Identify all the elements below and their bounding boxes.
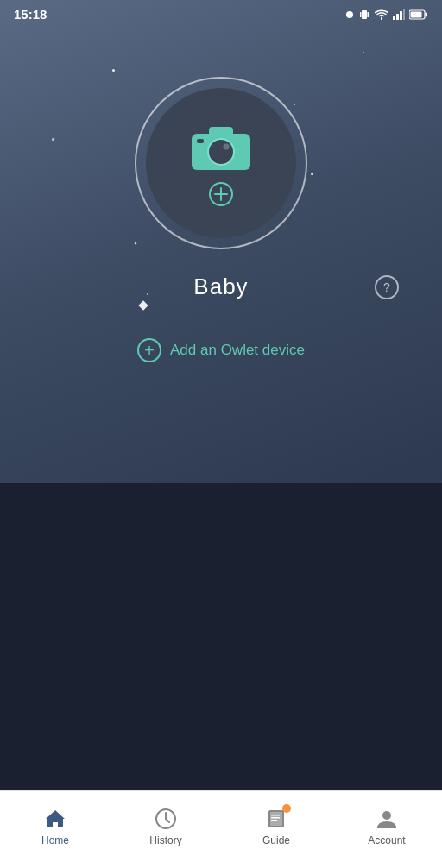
status-bar: 15:18 [0,0,442,25]
svg-rect-10 [411,11,422,17]
svg-rect-23 [270,812,282,826]
guide-icon [264,807,288,831]
svg-point-27 [382,811,391,820]
svg-rect-25 [271,817,280,819]
help-icon-label: ? [383,280,390,294]
add-device-label: Add an Owlet device [170,342,305,359]
svg-point-0 [346,11,353,18]
svg-rect-2 [360,12,362,17]
camera-inner [146,88,296,238]
nav-account[interactable]: Account [332,791,442,868]
add-circle-icon: + [137,338,161,362]
baby-name-row: Baby ? [0,274,442,300]
svg-rect-6 [400,11,402,20]
nav-history-label: History [149,834,181,846]
help-button[interactable]: ? [375,275,399,299]
recording-icon [345,10,354,19]
camera-add-button[interactable] [135,77,307,249]
baby-name-label: Baby [193,274,248,300]
camera-plus-icon [209,182,233,206]
bottom-navigation: Home History Guide [0,790,442,868]
battery-icon [409,9,428,20]
main-content: Baby ? + Add an Owlet device [0,25,442,369]
guide-badge [282,804,291,813]
add-device-button[interactable]: + Add an Owlet device [123,331,319,369]
svg-rect-7 [403,9,405,20]
svg-rect-5 [396,14,399,20]
nav-account-label: Account [368,834,405,846]
nav-guide[interactable]: Guide [221,791,332,868]
camera-icon [186,120,256,175]
svg-rect-16 [197,139,204,143]
svg-rect-4 [393,16,395,20]
svg-marker-20 [46,810,65,827]
wifi-icon [375,9,388,20]
history-icon [154,807,178,831]
nav-guide-label: Guide [262,834,290,846]
lower-section [0,483,442,795]
svg-rect-19 [214,193,228,195]
svg-point-15 [224,144,230,150]
status-icons [345,9,428,21]
account-icon [375,807,399,831]
vibrate-icon [358,9,370,21]
svg-rect-26 [271,820,277,821]
nav-home-label: Home [41,834,69,846]
signal-icon [393,9,405,20]
home-icon [43,807,67,831]
svg-rect-9 [426,12,428,16]
nav-history[interactable]: History [110,791,221,868]
svg-rect-24 [271,815,280,816]
nav-home[interactable]: Home [0,791,110,868]
svg-rect-3 [368,12,369,17]
svg-rect-12 [209,127,233,139]
status-time: 15:18 [14,7,47,22]
svg-rect-1 [362,10,367,19]
